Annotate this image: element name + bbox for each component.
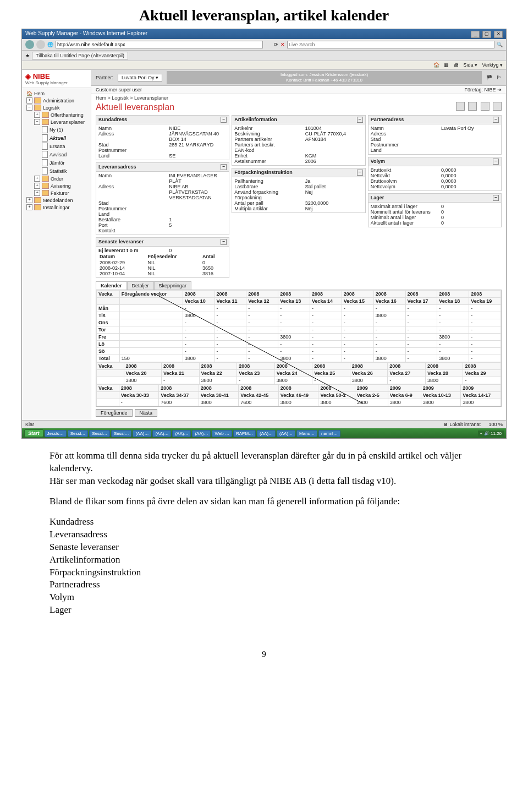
panel-title: Senaste leveranser — [98, 239, 144, 245]
expand-icon[interactable]: + — [34, 176, 40, 182]
table-header: Datum — [98, 253, 146, 260]
sidebar-item[interactable]: +Meddelanden — [22, 197, 91, 204]
kv-label: Postnummer — [371, 142, 441, 148]
export-icon[interactable] — [481, 102, 490, 111]
sidebar-item[interactable]: Avvisad — [22, 150, 91, 159]
prev-button[interactable]: Föregående — [96, 409, 133, 417]
expand-icon[interactable]: + — [34, 190, 40, 196]
partner-select[interactable]: Luvata Pori Oy ▾ — [118, 74, 162, 81]
forward-icon[interactable] — [36, 40, 45, 49]
cal-row: Mån---------- — [97, 305, 501, 312]
taskbar-item[interactable]: RAPM… — [233, 430, 256, 437]
sidebar-item[interactable]: +Fakturor — [22, 189, 91, 197]
kv-value: INLEVERANSLAGER PLÅT — [169, 173, 227, 184]
taskbar-item[interactable]: namnl… — [318, 430, 340, 437]
print-icon[interactable]: 🖶 — [454, 62, 459, 68]
taskbar-item[interactable]: Web … — [212, 430, 232, 437]
maximize-icon[interactable]: ▢ — [482, 31, 491, 38]
tools-menu[interactable]: Verktyg — [482, 62, 498, 68]
stop-icon[interactable]: ✕ — [280, 42, 285, 47]
kv-row: Postnummer — [98, 148, 227, 153]
sidebar-item[interactable]: +Order — [22, 175, 91, 182]
taskbar-item[interactable]: (AA)… — [192, 430, 211, 437]
print-icon[interactable] — [468, 102, 477, 111]
sidebar-item[interactable]: Statistik — [22, 167, 91, 175]
kv-label: Stad — [98, 142, 169, 148]
url-input[interactable] — [56, 41, 263, 48]
page-menu[interactable]: Sida — [463, 62, 473, 68]
help-icon[interactable] — [493, 102, 502, 111]
taskbar-item[interactable]: (AA)… — [172, 430, 191, 437]
browser-tab[interactable]: Tillbaka till Untitled Page (Alt+vänster… — [32, 52, 128, 59]
info-list: KundadressLeveransadressSenaste leverans… — [50, 516, 490, 617]
logout-icon[interactable]: ⇥ — [497, 87, 502, 92]
cal-row: Tor---------- — [97, 326, 501, 334]
collapse-icon[interactable]: − — [26, 105, 32, 111]
sidebar-item-label: Avvisad — [50, 152, 67, 157]
search-icon[interactable]: 🔍 — [497, 42, 503, 47]
sidebar-item[interactable]: Jämför — [22, 159, 91, 167]
sidebar-item[interactable]: Ersatta — [22, 142, 91, 150]
kv-label — [98, 137, 169, 142]
collapse-icon[interactable]: − — [357, 170, 363, 176]
collapse-icon[interactable]: − — [357, 117, 363, 123]
expand-icon[interactable]: + — [34, 112, 40, 118]
expand-icon[interactable]: + — [26, 204, 32, 210]
home-icon[interactable]: 🏠 — [433, 62, 439, 68]
calendar-nav: Föregående Nästa — [96, 409, 502, 417]
taskbar-item[interactable]: (AA)… — [257, 430, 276, 437]
collapse-icon[interactable]: − — [493, 195, 499, 201]
sidebar-item[interactable]: −Leveransplaner — [22, 118, 91, 126]
sidebar-item[interactable]: −Logistik — [22, 104, 91, 111]
taskbar-item[interactable]: (AA)… — [277, 430, 295, 437]
zoom-level[interactable]: 100 % — [488, 422, 503, 427]
taskbar-item[interactable]: Sessi… — [89, 430, 110, 437]
sidebar-item[interactable]: Aktuell — [22, 134, 91, 142]
minimize-icon[interactable]: _ — [471, 31, 480, 38]
collapse-icon[interactable]: − — [221, 164, 227, 170]
start-button[interactable]: Start — [24, 429, 43, 437]
tab-kalender[interactable]: Kalender — [96, 281, 127, 290]
feeds-icon[interactable]: ▦ — [444, 62, 449, 68]
collapse-icon[interactable]: − — [493, 159, 499, 165]
sidebar-item[interactable]: +Inställningar — [22, 204, 91, 211]
collapse-icon[interactable]: − — [34, 119, 40, 125]
close-icon[interactable]: ✕ — [494, 31, 503, 38]
kv-label: Nominellt antal för leverans — [371, 209, 441, 215]
back-icon[interactable] — [25, 40, 34, 49]
sidebar-item[interactable]: Ny (1) — [22, 126, 91, 134]
kv-label: Postnummer — [98, 148, 169, 153]
refresh-icon[interactable]: ⟳ — [274, 42, 278, 47]
cal-row: -760038007600380038003800380038003800 — [97, 399, 501, 406]
expand-icon[interactable]: + — [34, 183, 40, 189]
cal-year-cell: 2008 — [373, 291, 405, 298]
sidebar-item[interactable]: +Offerthantering — [22, 111, 91, 118]
taskbar-item[interactable]: Manu… — [296, 430, 317, 437]
panel-leveransadress: Leveransadress− NamnINLEVERANSLAGER PLÅT… — [96, 162, 229, 235]
favorites-icon[interactable]: ★ — [25, 53, 30, 58]
collapse-icon[interactable]: − — [493, 117, 499, 123]
tab-skeppningar[interactable]: Skeppningar — [154, 281, 192, 290]
expand-icon[interactable]: + — [26, 197, 32, 203]
expand-icon[interactable]: + — [26, 97, 32, 103]
sidebar-item[interactable]: +Administration — [22, 97, 91, 104]
refresh-icon[interactable] — [456, 102, 465, 111]
taskbar-item[interactable]: (AA)… — [133, 430, 151, 437]
window-title: Web Supply Manager - Windows Internet Ex… — [25, 30, 147, 38]
taskbar-item[interactable]: Jessic… — [45, 430, 67, 437]
taskbar-item[interactable]: Sessi… — [68, 430, 89, 437]
collapse-icon[interactable]: − — [221, 239, 227, 245]
cal-week-cell: Vecka 17 — [405, 298, 437, 305]
taskbar-item[interactable]: Sessi… — [111, 430, 132, 437]
sidebar-item[interactable]: +Avisering — [22, 182, 91, 189]
search-input[interactable] — [287, 41, 494, 48]
collapse-icon[interactable]: − — [221, 117, 227, 123]
sidebar-item-label: Leveransplaner — [51, 119, 85, 125]
sidebar-item[interactable]: 🏠Hem — [22, 90, 91, 97]
taskbar-item[interactable]: (AA)… — [152, 430, 171, 437]
next-button[interactable]: Nästa — [135, 409, 158, 417]
tab-detaljer[interactable]: Detaljer — [127, 281, 154, 290]
kv-label: Nettovikt — [371, 173, 441, 178]
flag-icon-2[interactable]: 🏳 — [497, 75, 502, 80]
flag-icon[interactable]: 🏴 — [486, 75, 492, 80]
